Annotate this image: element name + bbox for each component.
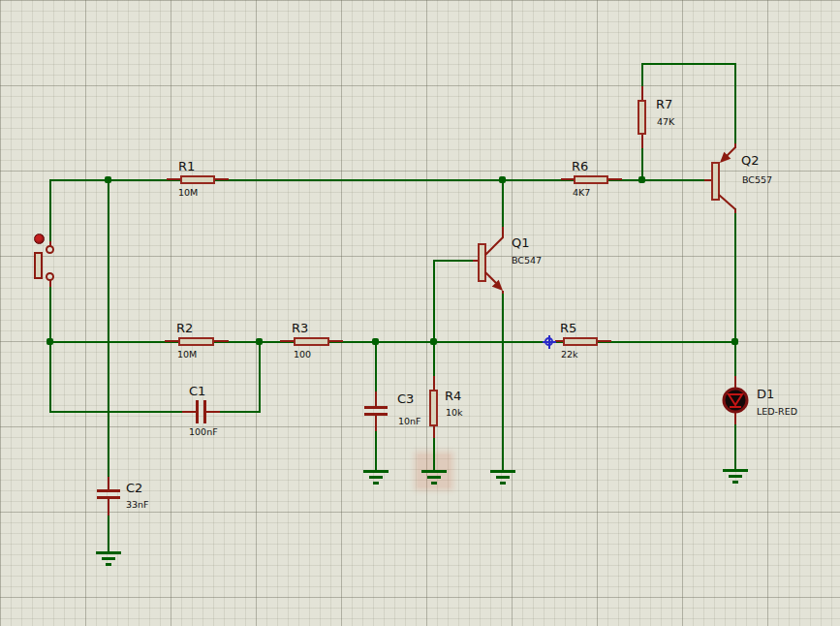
wire[interactable] bbox=[375, 429, 377, 472]
c3-value: 10nF bbox=[398, 416, 421, 426]
wire[interactable] bbox=[218, 411, 261, 413]
r1-value: 10M bbox=[178, 187, 198, 198]
wire[interactable] bbox=[734, 423, 736, 472]
q2-ref: Q2 bbox=[741, 153, 760, 168]
junction-dot bbox=[731, 338, 738, 345]
button-contact bbox=[46, 245, 54, 254]
wire[interactable] bbox=[502, 291, 504, 472]
r7-ref: R7 bbox=[656, 97, 672, 111]
junction-dot bbox=[499, 176, 506, 183]
r6-value: 4K7 bbox=[573, 187, 590, 198]
wire[interactable] bbox=[50, 341, 736, 343]
junction-dot bbox=[105, 176, 111, 183]
junction-dot bbox=[47, 338, 53, 345]
wire[interactable] bbox=[642, 63, 736, 65]
ground-symbol[interactable] bbox=[363, 470, 389, 485]
wire[interactable] bbox=[50, 411, 184, 413]
r4-value: 10k bbox=[446, 407, 463, 418]
q1-value: BC547 bbox=[512, 255, 542, 266]
junction-dot bbox=[638, 176, 645, 183]
q2-value: BC557 bbox=[742, 174, 772, 185]
wire[interactable] bbox=[49, 279, 51, 343]
ground-symbol[interactable] bbox=[490, 470, 515, 485]
wire[interactable] bbox=[49, 341, 51, 413]
wire[interactable] bbox=[375, 341, 377, 393]
origin-marker-icon bbox=[543, 335, 556, 349]
button-plunger-icon bbox=[34, 252, 43, 279]
junction-dot bbox=[372, 338, 379, 345]
r4-ref: R4 bbox=[445, 389, 461, 403]
r7-value: 47K bbox=[657, 116, 674, 127]
r2-value: 10M bbox=[177, 349, 197, 360]
ground-symbol[interactable] bbox=[96, 551, 121, 567]
junction-dot bbox=[256, 338, 263, 345]
wire[interactable] bbox=[108, 179, 109, 481]
r5-ref: R5 bbox=[560, 321, 576, 335]
r2-ref: R2 bbox=[176, 321, 193, 335]
junction-dot bbox=[430, 338, 437, 345]
c1-value: 100nF bbox=[189, 426, 218, 437]
d1-value: LED-RED bbox=[757, 406, 797, 417]
button-actuator-icon[interactable] bbox=[34, 234, 45, 244]
c2-ref: C2 bbox=[126, 481, 142, 495]
schematic-canvas[interactable]: R1 10M R6 4K7 R7 47K R2 10M R3 100 bbox=[0, 0, 840, 626]
c2-value: 33nF bbox=[126, 499, 149, 510]
c3-ref: C3 bbox=[397, 391, 414, 406]
wire[interactable] bbox=[259, 341, 261, 413]
r6-ref: R6 bbox=[572, 159, 588, 173]
ground-symbol[interactable] bbox=[723, 469, 748, 485]
r1-ref: R1 bbox=[178, 159, 195, 173]
r3-ref: R3 bbox=[292, 321, 308, 335]
button-contact bbox=[46, 272, 54, 281]
wire[interactable] bbox=[734, 208, 736, 379]
r5-value: 22k bbox=[561, 349, 578, 360]
c1-ref: C1 bbox=[189, 384, 205, 398]
ground-symbol[interactable] bbox=[421, 470, 447, 485]
q1-ref: Q1 bbox=[512, 235, 530, 250]
wire[interactable] bbox=[49, 179, 51, 247]
r3-value: 100 bbox=[294, 349, 311, 360]
d1-ref: D1 bbox=[757, 387, 774, 401]
wire[interactable] bbox=[108, 515, 109, 554]
